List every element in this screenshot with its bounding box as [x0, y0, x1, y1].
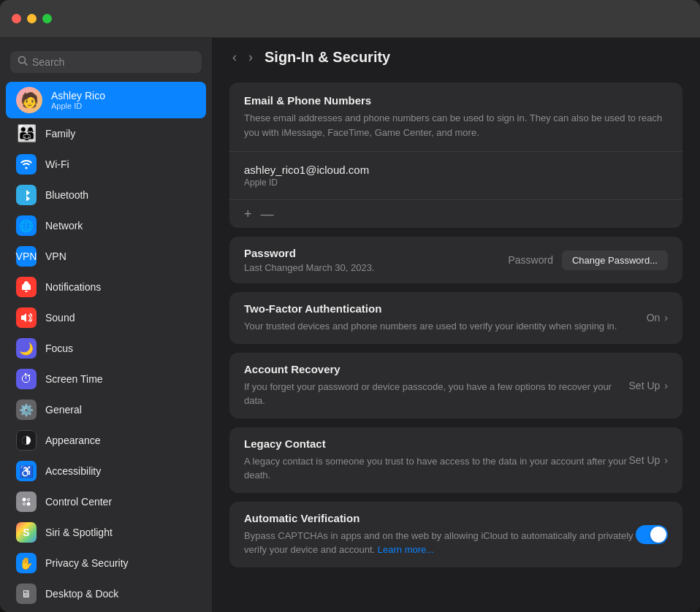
account-recovery-desc: If you forget your password or device pa…: [244, 380, 629, 408]
sidebar-item-appearance[interactable]: Appearance: [6, 425, 206, 456]
auto-verify-row: Automatic Verification Bypass CAPTCHAs i…: [229, 502, 682, 567]
password-right: Password Change Password...: [508, 250, 668, 270]
sidebar-label-screentime: Screen Time: [45, 373, 103, 385]
sidebar-item-accessibility[interactable]: ♿ Accessibility: [6, 456, 206, 486]
search-container: Search: [0, 47, 212, 82]
controlcenter-icon: [16, 491, 37, 512]
legacy-contact-status: Set Up: [629, 454, 661, 466]
sidebar-item-general[interactable]: ⚙️ General: [6, 394, 206, 425]
sidebar-item-bluetooth[interactable]: Bluetooth: [6, 180, 206, 210]
sidebar-label-desktop: Desktop & Dock: [45, 588, 118, 600]
email-type-label: Apple ID: [244, 177, 668, 188]
sidebar-item-privacy[interactable]: ✋ Privacy & Security: [6, 548, 206, 578]
search-box[interactable]: Search: [10, 51, 202, 73]
sidebar-label-accessibility: Accessibility: [45, 465, 101, 477]
sidebar-label-controlcenter: Control Center: [45, 496, 112, 508]
two-factor-row[interactable]: Two-Factor Authentication Your trusted d…: [229, 292, 682, 344]
svg-line-1: [25, 63, 28, 66]
sidebar-item-network[interactable]: 🌐 Network: [6, 210, 206, 241]
sidebar-item-screentime[interactable]: ⏱ Screen Time: [6, 364, 206, 394]
email-address: ashley_rico1@icloud.com: [244, 164, 668, 176]
email-value-section: ashley_rico1@icloud.com Apple ID: [229, 151, 682, 199]
learn-more-link[interactable]: Learn more...: [378, 544, 434, 555]
minimize-button[interactable]: [27, 14, 37, 23]
sidebar-label-siri: Siri & Spotlight: [45, 527, 113, 538]
sidebar-item-notifications[interactable]: Notifications: [6, 272, 206, 302]
account-recovery-title: Account Recovery: [244, 363, 629, 375]
accessibility-icon: ♿: [16, 461, 37, 481]
account-recovery-right: Set Up ›: [629, 380, 668, 391]
vpn-icon: VPN: [16, 246, 37, 267]
legacy-contact-row[interactable]: Legacy Contact A legacy contact is someo…: [229, 427, 682, 493]
auto-verify-toggle[interactable]: [636, 525, 668, 544]
two-factor-card: Two-Factor Authentication Your trusted d…: [229, 292, 682, 344]
sidebar-item-family[interactable]: 👨‍👩‍👧 Family: [6, 118, 206, 149]
legacy-contact-right: Set Up ›: [629, 454, 668, 466]
remove-email-button[interactable]: —: [261, 207, 274, 221]
legacy-contact-title: Legacy Contact: [244, 437, 629, 450]
auto-verify-left: Automatic Verification Bypass CAPTCHAs i…: [244, 512, 636, 557]
panel-content: Email & Phone Numbers These email addres…: [212, 77, 700, 585]
notifications-icon: [16, 277, 37, 297]
sidebar-label-privacy: Privacy & Security: [45, 557, 129, 569]
account-recovery-row[interactable]: Account Recovery If you forget your pass…: [229, 353, 682, 418]
sidebar-label-general: General: [45, 404, 82, 416]
password-row: Password Last Changed March 30, 2023. Pa…: [229, 237, 682, 283]
sidebar-label-bluetooth: Bluetooth: [45, 189, 88, 201]
account-recovery-chevron: ›: [664, 380, 668, 391]
page-title: Sign-In & Security: [265, 49, 390, 66]
svg-point-6: [28, 499, 30, 501]
two-factor-desc: Your trusted devices and phone numbers a…: [244, 319, 647, 334]
password-date: Last Changed March 30, 2023.: [244, 262, 375, 273]
email-phone-desc: These email addresses and phone numbers …: [244, 111, 668, 139]
email-phone-header: Email & Phone Numbers These email addres…: [229, 83, 682, 151]
email-phone-card: Email & Phone Numbers These email addres…: [229, 83, 682, 228]
sidebar: Search 🧑 Ashley Rico Apple ID 👨‍👩‍👧 Fami…: [0, 38, 212, 612]
sidebar-item-focus[interactable]: 🌙 Focus: [6, 333, 206, 364]
maximize-button[interactable]: [42, 14, 52, 23]
sidebar-item-wifi[interactable]: Wi-Fi: [6, 149, 206, 180]
auto-verify-desc: Bypass CAPTCHAs in apps and on the web b…: [244, 529, 636, 557]
sidebar-item-apple-id[interactable]: 🧑 Ashley Rico Apple ID: [6, 82, 206, 118]
svg-point-3: [23, 498, 26, 502]
sidebar-item-sound[interactable]: Sound: [6, 302, 206, 333]
legacy-contact-card: Legacy Contact A legacy contact is someo…: [229, 427, 682, 493]
sidebar-item-siri[interactable]: S Siri & Spotlight: [6, 517, 206, 548]
search-icon: [18, 56, 28, 69]
account-recovery-status: Set Up: [629, 380, 661, 391]
privacy-icon: ✋: [16, 553, 37, 573]
sound-icon: [16, 307, 37, 328]
auto-verify-card: Automatic Verification Bypass CAPTCHAs i…: [229, 502, 682, 567]
general-icon: ⚙️: [16, 399, 37, 420]
svg-point-4: [27, 502, 31, 506]
sidebar-label-network: Network: [45, 220, 83, 232]
svg-point-5: [23, 503, 26, 505]
sidebar-label-vpn: VPN: [45, 250, 66, 262]
forward-button[interactable]: ›: [246, 48, 256, 66]
desktop-icon: 🖥: [16, 584, 37, 604]
user-sublabel: Apple ID: [51, 102, 105, 110]
account-recovery-left: Account Recovery If you forget your pass…: [244, 363, 629, 408]
change-password-button[interactable]: Change Password...: [562, 250, 668, 270]
toggle-thumb: [650, 527, 666, 543]
add-remove-row: + —: [229, 199, 682, 228]
two-factor-left: Two-Factor Authentication Your trusted d…: [244, 302, 647, 334]
focus-icon: 🌙: [16, 338, 37, 359]
sidebar-item-vpn[interactable]: VPN VPN: [6, 241, 206, 272]
two-factor-chevron: ›: [664, 312, 668, 324]
email-phone-title: Email & Phone Numbers: [244, 94, 668, 107]
user-name: Ashley Rico: [51, 90, 105, 102]
back-button[interactable]: ‹: [229, 48, 240, 66]
main-panel: ‹ › Sign-In & Security Email & Phone Num…: [212, 38, 700, 612]
close-button[interactable]: [12, 14, 21, 23]
add-email-button[interactable]: +: [244, 207, 252, 221]
system-preferences-window: Search 🧑 Ashley Rico Apple ID 👨‍👩‍👧 Fami…: [0, 0, 700, 612]
legacy-contact-left: Legacy Contact A legacy contact is someo…: [244, 437, 629, 483]
account-recovery-card: Account Recovery If you forget your pass…: [229, 353, 682, 418]
auto-verify-title: Automatic Verification: [244, 512, 636, 524]
network-icon: 🌐: [16, 215, 37, 236]
bluetooth-icon: [16, 185, 37, 205]
sidebar-item-controlcenter[interactable]: Control Center: [6, 486, 206, 517]
sidebar-item-desktop[interactable]: 🖥 Desktop & Dock: [6, 578, 206, 609]
sidebar-label-sound: Sound: [45, 312, 75, 324]
